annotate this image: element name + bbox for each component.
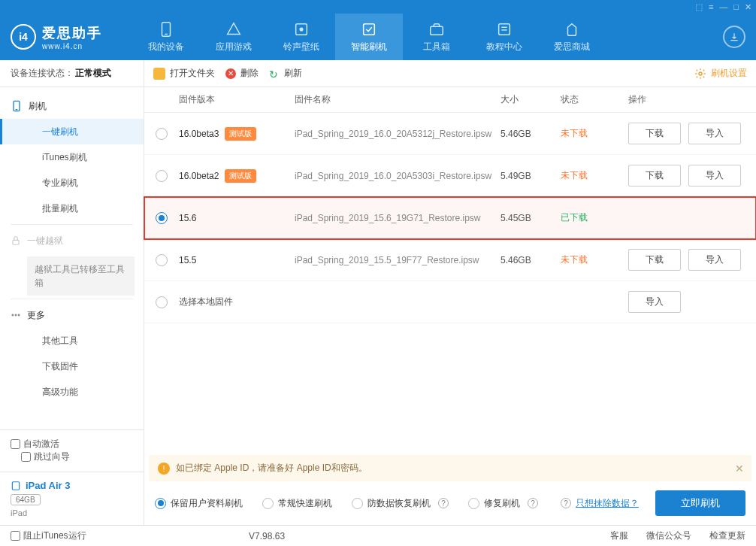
sidebar-item[interactable]: iTunes刷机 [0,144,144,170]
help-icon[interactable]: ? [438,498,449,508]
col-size: 大小 [500,93,561,106]
jailbreak-note: 越狱工具已转移至工具箱 [27,256,135,296]
flash-option[interactable]: 常规快速刷机 [262,497,332,510]
nav-tab-3[interactable]: 智能刷机 [335,14,403,60]
svg-point-14 [18,314,20,316]
nav-tab-4[interactable]: 工具箱 [403,14,470,60]
col-name: 固件名称 [295,93,500,106]
sidebar-item[interactable]: 其他工具 [0,328,144,353]
nav-icon [293,21,310,38]
footer-link[interactable]: 客服 [610,529,628,542]
sidebar-item[interactable]: 专业刷机 [0,170,144,196]
local-firmware-row[interactable]: 选择本地固件导入 [144,281,756,323]
download-button[interactable]: 下载 [628,165,681,187]
row-radio[interactable] [156,296,168,308]
delete-button[interactable]: ✕删除 [225,67,259,80]
nav-tab-1[interactable]: 应用游戏 [200,14,268,60]
firmware-name: iPad_Spring_2019_15.6_19G71_Restore.ipsw [295,213,500,223]
nav-tab-5[interactable]: 教程中心 [470,14,538,60]
firmware-row[interactable]: 16.0beta2测试版iPad_Spring_2019_16.0_20A530… [144,155,756,197]
import-button[interactable]: 导入 [688,165,741,187]
sidebar-item[interactable]: 一键刷机 [0,119,144,144]
app-title: 爱思助手 [42,24,102,42]
header: i4 爱思助手 www.i4.cn 我的设备应用游戏铃声壁纸智能刷机工具箱教程中… [0,14,756,60]
firmware-size: 5.49GB [500,171,561,181]
sidebar-group-flash[interactable]: 刷机 [0,93,144,119]
sidebar-item[interactable]: 下载固件 [0,353,144,379]
win-close-icon[interactable]: ✕ [745,2,751,12]
flash-option[interactable]: 防数据恢复刷机? [352,497,449,510]
firmware-status: 未下载 [561,169,628,182]
version-text: 15.5 [179,255,196,265]
flash-option[interactable]: 保留用户资料刷机 [155,497,243,510]
toolbar: 打开文件夹 ✕删除 ↻刷新 刷机设置 [144,60,756,87]
beta-badge: 测试版 [225,127,256,141]
auto-activate-checkbox[interactable]: 自动激活 [11,438,133,450]
warning-icon: ! [158,463,170,475]
apple-id-tip: ! 如已绑定 Apple ID，请准备好 Apple ID和密码。 ✕ [149,455,751,481]
connection-status: 设备连接状态： 正常模式 [0,60,144,87]
tip-close-icon[interactable]: ✕ [735,463,744,475]
row-radio[interactable] [156,212,168,224]
help-icon[interactable]: ? [528,498,538,508]
flash-now-button[interactable]: 立即刷机 [655,490,745,516]
win-maximize-icon[interactable]: □ [733,2,739,11]
skip-guide-checkbox[interactable]: 跳过向导 [21,450,70,463]
win-btn[interactable]: ≡ [709,2,713,11]
nav-tab-6[interactable]: 爱思商城 [538,14,606,60]
row-radio[interactable] [156,254,168,266]
sidebar-item[interactable]: 批量刷机 [0,196,144,221]
columns-header: 固件版本 固件名称 大小 状态 操作 [144,87,756,113]
firmware-size: 5.46GB [500,255,561,265]
nav-icon [428,21,445,38]
sidebar: 设备连接状态： 正常模式 刷机 一键刷机iTunes刷机专业刷机批量刷机 一键越… [0,60,144,525]
block-itunes-checkbox[interactable]: 阻止iTunes运行 [11,529,86,542]
nav-tab-2[interactable]: 铃声壁纸 [268,14,335,60]
sidebar-item[interactable]: 高级功能 [0,379,144,405]
option-radio[interactable] [262,498,274,509]
firmware-row[interactable]: 16.0beta3测试版iPad_Spring_2019_16.0_20A531… [144,113,756,155]
firmware-row[interactable]: 15.5iPad_Spring_2019_15.5_19F77_Restore.… [144,239,756,281]
flash-option[interactable]: 修复刷机? [468,497,538,510]
nav-tab-0[interactable]: 我的设备 [132,14,200,60]
row-radio[interactable] [156,128,168,140]
import-button[interactable]: 导入 [628,291,681,313]
nav-icon [361,21,377,38]
footer-link[interactable]: 微信公众号 [646,529,691,542]
logo: i4 爱思助手 www.i4.cn [11,24,102,50]
col-actions: 操作 [628,93,756,106]
download-button[interactable]: 下载 [628,123,681,144]
win-minimize-icon[interactable]: — [719,2,727,11]
svg-rect-11 [13,240,19,244]
option-radio[interactable] [468,498,479,509]
delete-icon: ✕ [225,68,236,79]
win-btn[interactable]: ⬚ [695,2,703,12]
ipad-icon [11,481,21,491]
firmware-name: iPad_Spring_2019_16.0_20A5312j_Restore.i… [295,129,500,139]
more-icon [11,310,21,320]
import-button[interactable]: 导入 [688,123,741,144]
row-radio[interactable] [156,170,168,182]
only-erase-link[interactable]: 只想抹除数据？ [576,497,639,510]
option-radio[interactable] [155,498,166,509]
sidebar-group-more[interactable]: 更多 [0,302,144,328]
download-circle-icon[interactable] [723,26,745,48]
svg-rect-6 [499,23,510,35]
flash-settings-button[interactable]: 刷机设置 [694,67,747,80]
col-version: 固件版本 [179,93,295,106]
help-icon[interactable]: ? [561,498,571,508]
svg-rect-5 [431,26,443,35]
open-folder-button[interactable]: 打开文件夹 [153,67,215,80]
option-radio[interactable] [352,498,363,509]
import-button[interactable]: 导入 [688,249,741,271]
firmware-row[interactable]: 15.6iPad_Spring_2019_15.6_19G71_Restore.… [144,197,756,239]
footer-link[interactable]: 检查更新 [709,529,745,542]
refresh-button[interactable]: ↻刷新 [269,67,302,80]
download-button[interactable]: 下载 [628,249,681,271]
main: 打开文件夹 ✕删除 ↻刷新 刷机设置 固件版本 固件名称 大小 状态 操作 16… [144,60,756,525]
device-card[interactable]: iPad Air 3 64GB iPad [0,472,144,525]
capacity-badge: 64GB [11,494,41,505]
svg-point-16 [699,72,702,75]
app-subtitle: www.i4.cn [42,42,102,50]
folder-icon [153,68,165,80]
